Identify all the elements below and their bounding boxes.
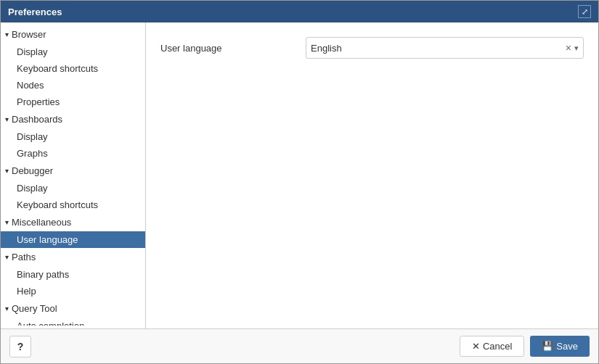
help-button[interactable]: ? [9, 336, 31, 357]
footer-buttons: ✕ Cancel 💾 Save [460, 336, 590, 357]
sidebar-section-query-tool[interactable]: ▾Query Tool [1, 299, 145, 318]
sidebar-section-debugger[interactable]: ▾Debugger [1, 162, 145, 180]
sidebar-content: ▾BrowserDisplayKeyboard shortcutsNodesPr… [1, 25, 145, 326]
sidebar-section-label-dashboards: Dashboards [12, 114, 62, 125]
sidebar-section-label-miscellaneous: Miscellaneous [12, 217, 71, 228]
sidebar-section-label-debugger: Debugger [12, 165, 53, 176]
chevron-icon: ▾ [5, 218, 9, 226]
title-bar: Preferences ⤢ [1, 1, 598, 22]
user-language-label: User language [160, 43, 306, 54]
sidebar-section-paths[interactable]: ▾Paths [1, 248, 145, 266]
dialog-title: Preferences [8, 7, 62, 17]
sidebar-item-paths-help[interactable]: Help [1, 283, 145, 299]
chevron-icon: ▾ [5, 30, 9, 38]
sidebar-section-label-paths: Paths [12, 252, 36, 262]
sidebar-item-paths-binary-paths[interactable]: Binary paths [1, 266, 145, 283]
sidebar-item-qt-auto-completion[interactable]: Auto completion [1, 318, 145, 326]
sidebar-item-debugger-display[interactable]: Display [1, 180, 145, 197]
sidebar-item-dashboards-graphs[interactable]: Graphs [1, 145, 145, 162]
save-label: Save [556, 341, 578, 352]
sidebar-section-label-query-tool: Query Tool [12, 303, 57, 314]
sidebar-section-dashboards[interactable]: ▾Dashboards [1, 110, 145, 128]
select-arrow-icon: ▾ [574, 44, 579, 53]
sidebar-section-label-browser: Browser [12, 29, 46, 40]
cancel-icon: ✕ [472, 341, 480, 352]
sidebar-item-browser-display[interactable]: Display [1, 44, 145, 60]
chevron-icon: ▾ [5, 115, 9, 123]
content-area: ▾BrowserDisplayKeyboard shortcutsNodesPr… [1, 22, 598, 328]
main-panel: User language English × ▾ [146, 22, 598, 328]
user-language-select[interactable]: English × ▾ [306, 37, 584, 59]
sidebar-section-miscellaneous[interactable]: ▾Miscellaneous [1, 213, 145, 231]
preferences-dialog: Preferences ⤢ ▾BrowserDisplayKeyboard sh… [0, 0, 599, 364]
sidebar-item-browser-keyboard-shortcuts[interactable]: Keyboard shortcuts [1, 60, 145, 77]
sidebar-item-browser-properties[interactable]: Properties [1, 94, 145, 110]
sidebar-item-browser-nodes[interactable]: Nodes [1, 77, 145, 94]
cancel-label: Cancel [483, 341, 512, 352]
sidebar-item-misc-user-language[interactable]: User language [1, 231, 145, 248]
select-value: English [311, 43, 566, 54]
sidebar-item-debugger-keyboard-shortcuts[interactable]: Keyboard shortcuts [1, 197, 145, 213]
footer: ? ✕ Cancel 💾 Save [1, 328, 598, 363]
save-disk-icon: 💾 [542, 341, 553, 352]
sidebar-item-dashboards-display[interactable]: Display [1, 128, 145, 145]
sidebar: ▾BrowserDisplayKeyboard shortcutsNodesPr… [1, 22, 146, 328]
save-button[interactable]: 💾 Save [530, 336, 590, 357]
user-language-row: User language English × ▾ [160, 37, 584, 59]
cancel-button[interactable]: ✕ Cancel [460, 336, 524, 357]
select-clear-icon[interactable]: × [566, 42, 571, 54]
expand-button[interactable]: ⤢ [578, 5, 591, 18]
chevron-icon: ▾ [5, 253, 9, 261]
sidebar-section-browser[interactable]: ▾Browser [1, 25, 145, 44]
chevron-icon: ▾ [5, 305, 9, 313]
chevron-icon: ▾ [5, 167, 9, 175]
